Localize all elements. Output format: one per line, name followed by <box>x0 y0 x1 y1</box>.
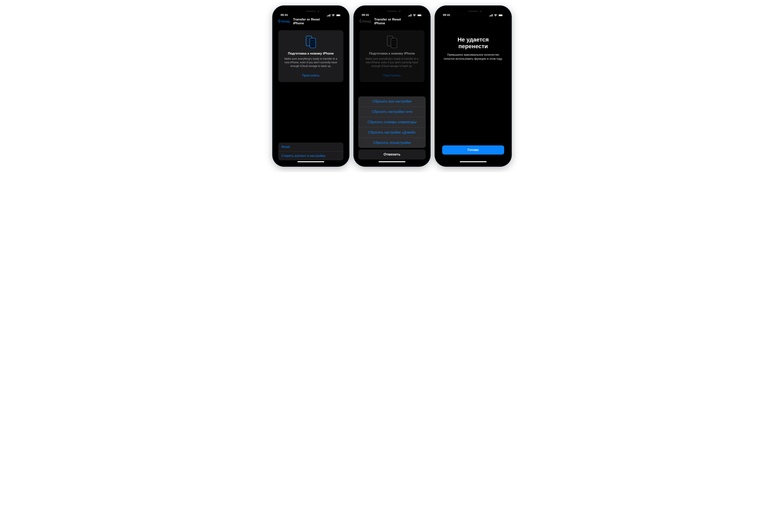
svg-point-10 <box>312 40 313 41</box>
reset-list: Reset Стереть контент и настройки <box>278 143 343 160</box>
screen-1: 09:41 Назад Transfer or Reset iP <box>275 8 346 164</box>
home-indicator[interactable] <box>460 161 486 162</box>
status-right <box>327 14 341 17</box>
svg-point-17 <box>314 43 314 44</box>
phone-frame-2: 09:41 Назад Transfer or Reset iP <box>354 6 430 167</box>
notch <box>295 8 327 14</box>
back-label: Назад <box>281 20 290 23</box>
modal-title: Не удается перенести <box>442 36 504 50</box>
wifi-icon <box>332 14 335 17</box>
screen-3: 09:41 Не удается перенести Превышено мак… <box>438 8 509 164</box>
reset-location-privacy[interactable]: Сбросить геонастройки <box>358 138 426 148</box>
cellular-signal-icon <box>327 14 330 17</box>
svg-point-11 <box>314 40 314 41</box>
svg-point-12 <box>311 42 312 42</box>
done-button[interactable]: Готово <box>442 145 504 154</box>
screen-2: 09:41 Назад Transfer or Reset iP <box>356 8 428 164</box>
nav-bar: Назад Transfer or Reset iPhone <box>275 17 346 26</box>
svg-rect-6 <box>340 15 341 16</box>
back-button[interactable]: Назад <box>277 18 291 25</box>
get-started-button[interactable]: Приступить <box>282 72 340 79</box>
card-title: Подготовка к новому iPhone <box>282 52 340 56</box>
action-sheet-group: Сбросить все настройки Сбросить настройк… <box>358 96 426 148</box>
battery-icon <box>336 14 341 17</box>
svg-point-16 <box>312 43 313 44</box>
reset-all-settings[interactable]: Сбросить все настройки <box>358 96 426 107</box>
cellular-signal-icon <box>489 14 493 17</box>
reset-keyboard-dictionary[interactable]: Сбросить словарь клавиатуры <box>358 117 426 127</box>
svg-point-15 <box>311 43 312 44</box>
nav-title: Transfer or Reset iPhone <box>293 18 329 25</box>
status-time: 09:41 <box>281 13 288 17</box>
svg-rect-44 <box>491 14 492 17</box>
svg-rect-0 <box>327 16 328 17</box>
notch <box>376 8 408 14</box>
svg-rect-8 <box>310 38 316 48</box>
action-sheet-cancel[interactable]: Отменить <box>358 149 426 159</box>
modal-description: Превышено максимальное количество попыто… <box>442 53 504 61</box>
erase-item[interactable]: Стереть контент и настройки <box>278 151 343 160</box>
reset-home-layout[interactable]: Сбросить настройки «Домой» <box>358 127 426 138</box>
action-sheet: Сбросить все настройки Сбросить настройк… <box>356 8 428 164</box>
reset-network-settings[interactable]: Сбросить настройки сети <box>358 107 426 117</box>
home-indicator[interactable] <box>298 161 324 162</box>
svg-rect-47 <box>499 14 502 16</box>
svg-rect-2 <box>329 14 329 17</box>
status-right <box>489 14 503 17</box>
svg-point-20 <box>314 45 314 46</box>
prepare-card: Подготовка к новому iPhone Make sure eve… <box>278 30 343 82</box>
svg-point-14 <box>314 42 314 42</box>
status-time: 09:41 <box>443 13 450 17</box>
phone-frame-3: 09:41 Не удается перенести Превышено мак… <box>435 6 511 167</box>
svg-point-13 <box>312 42 313 42</box>
transfer-devices-icon <box>304 36 317 48</box>
wifi-icon <box>494 14 497 17</box>
content-area: Подготовка к новому iPhone Make sure eve… <box>275 26 346 164</box>
svg-point-9 <box>311 40 312 41</box>
phone-frame-1: 09:41 Назад Transfer or Reset iP <box>273 6 349 167</box>
svg-rect-3 <box>330 14 330 17</box>
card-description: Make sure everything's ready to transfer… <box>282 57 340 68</box>
svg-rect-43 <box>490 15 491 17</box>
svg-point-19 <box>312 45 313 46</box>
reset-item[interactable]: Reset <box>278 143 343 151</box>
home-indicator[interactable] <box>379 161 405 162</box>
svg-rect-1 <box>328 15 329 17</box>
notch <box>457 8 489 14</box>
svg-point-18 <box>311 45 312 46</box>
cannot-transfer-modal: Не удается перенести Превышено максималь… <box>438 17 509 164</box>
svg-rect-5 <box>336 14 340 16</box>
chevron-left-icon <box>278 19 280 24</box>
svg-rect-42 <box>489 16 490 17</box>
svg-rect-48 <box>503 15 503 16</box>
svg-rect-45 <box>492 14 493 17</box>
battery-icon <box>498 14 503 17</box>
